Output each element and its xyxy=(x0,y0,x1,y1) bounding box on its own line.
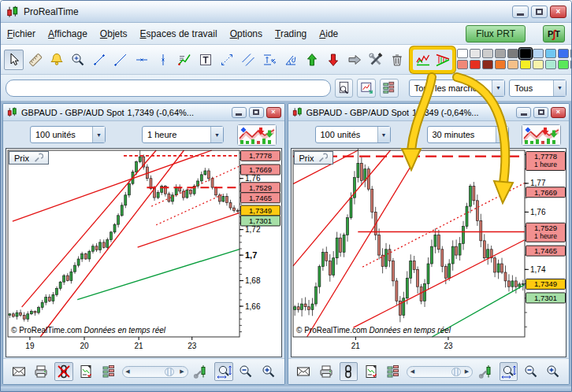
chart1-price-panel-label[interactable]: Prix xyxy=(9,151,49,165)
tool-tools-button[interactable] xyxy=(366,50,385,70)
chart1-timeframe-dropdown[interactable]: 1 heure ▼ xyxy=(142,126,224,143)
tool-settings-button[interactable] xyxy=(477,362,496,381)
prt-logo[interactable]: P∫T xyxy=(543,25,565,43)
scroll-left-icon[interactable]: ◀ xyxy=(123,367,133,377)
tool-zoom-fit-button[interactable] xyxy=(500,362,518,381)
chart1-price-chart[interactable]: 1,761,721,71,681,661,77781,76691,75291,7… xyxy=(6,149,282,353)
color-swatch-6fc6f2[interactable] xyxy=(545,49,556,58)
scroll-left-icon[interactable]: ◀ xyxy=(407,367,418,377)
tool-text-button[interactable] xyxy=(195,50,215,70)
chart1-titlebar[interactable]: GBPAUD - GBP/AUD Spot 1,7349 (-0,64%... … xyxy=(3,104,284,121)
tool-arrow-up-button[interactable] xyxy=(302,50,321,70)
chart1-maximize-button[interactable] xyxy=(249,107,264,118)
minimize-button[interactable] xyxy=(512,6,529,18)
tool-vertical-line-button[interactable] xyxy=(153,50,173,70)
tool-arrow-down-button[interactable] xyxy=(323,50,343,70)
chart1-minimize-button[interactable] xyxy=(232,107,247,118)
color-swatch-b5d5f5[interactable] xyxy=(533,49,544,58)
tool-angle-button[interactable] xyxy=(280,50,300,70)
tool-zoom-fit-button[interactable] xyxy=(214,362,233,381)
color-swatch-000000[interactable] xyxy=(519,48,532,59)
tool-mail-button[interactable] xyxy=(9,362,28,381)
tool-zoom-in-button[interactable] xyxy=(259,362,278,381)
market-dropdown[interactable]: Tous les marchés ▼ xyxy=(409,80,505,97)
tool-free-arrow-button[interactable] xyxy=(217,50,236,70)
chart1-area[interactable]: Prix 1,761,721,71,681,661,77781,76691,75… xyxy=(6,148,282,357)
chart2-area[interactable]: Prix 1,771,761,741,77781 heure1,76691,75… xyxy=(291,148,567,357)
search-button[interactable] xyxy=(335,79,354,98)
chart1-units-dropdown[interactable]: 100 unités ▼ xyxy=(30,126,106,143)
color-swatch-3b6ff0[interactable] xyxy=(558,49,569,58)
tool-delete-button[interactable] xyxy=(387,50,407,70)
tool-cursor-button[interactable] xyxy=(4,50,24,70)
tool-report-button[interactable] xyxy=(362,362,381,381)
chart2-indicators-button[interactable] xyxy=(522,124,561,146)
chart2-price-chart[interactable]: 1,771,761,741,77781 heure1,76691,75291 h… xyxy=(292,149,567,353)
tool-segment-button[interactable] xyxy=(89,50,109,70)
scroll-thumb[interactable] xyxy=(451,368,461,376)
color-swatch-f5c089[interactable] xyxy=(507,60,518,69)
color-swatch-8c2a1a[interactable] xyxy=(482,60,493,69)
tool-list-button[interactable] xyxy=(384,362,403,381)
color-swatch-5ae85a[interactable] xyxy=(558,60,569,69)
color-swatch-e53020[interactable] xyxy=(470,60,481,69)
tool-arrow-right-button[interactable] xyxy=(344,50,364,70)
instrument-search-input[interactable] xyxy=(6,80,331,97)
color-swatch-f08878[interactable] xyxy=(457,60,468,69)
color-swatch-f07828[interactable] xyxy=(495,60,506,69)
tool-zoom-in-button[interactable] xyxy=(544,362,563,381)
menu-item-affichage[interactable]: Affichage xyxy=(48,28,87,39)
tool-print-button[interactable] xyxy=(32,362,51,381)
tool-link-button[interactable] xyxy=(54,362,73,381)
chart1-close-button[interactable]: × xyxy=(266,107,281,118)
menu-item-espaces-de-travail[interactable]: Espaces de travail xyxy=(140,28,217,39)
close-button[interactable]: × xyxy=(550,6,566,18)
type-dropdown[interactable]: Tous ▼ xyxy=(509,80,566,97)
tool-zoom-out-button[interactable] xyxy=(522,362,540,381)
tool-zoom-out-button[interactable] xyxy=(237,362,256,381)
open-list-button[interactable] xyxy=(380,79,399,98)
chart2-timeframe-dropdown[interactable]: 30 minutes ▼ xyxy=(427,126,509,143)
flux-prt-button[interactable]: Flux PRT xyxy=(466,25,526,43)
tool-percent-measure-button[interactable] xyxy=(259,50,279,70)
tool-report-button[interactable] xyxy=(77,362,96,381)
tool-settings-button[interactable] xyxy=(192,362,211,381)
color-swatch-cdcdcd[interactable] xyxy=(482,49,493,58)
scroll-thumb[interactable] xyxy=(165,368,174,376)
tool-indicator-lines-button[interactable] xyxy=(174,50,194,70)
chart2-titlebar[interactable]: GBPAUD - GBP/AUD Spot 1,7349 (-0,64%... … xyxy=(288,104,570,121)
tool-zoom-plus-button[interactable] xyxy=(68,50,87,70)
tool-parallel-lines-button[interactable] xyxy=(238,50,258,70)
tool-ray-button[interactable] xyxy=(110,50,130,70)
tool-ruler-button[interactable] xyxy=(25,50,45,70)
scroll-right-icon[interactable]: ▶ xyxy=(177,367,188,377)
tool-link-button[interactable] xyxy=(340,362,358,381)
scroll-right-icon[interactable]: ▶ xyxy=(462,367,472,377)
chart2-close-button[interactable]: × xyxy=(551,107,566,118)
color-swatch-7b7b7b[interactable] xyxy=(507,49,518,58)
color-swatch-f8f3ab[interactable] xyxy=(533,60,544,69)
open-chart-button[interactable] xyxy=(357,79,376,98)
color-swatch-abead2[interactable] xyxy=(545,60,556,69)
tool-pattern-wedge-button[interactable] xyxy=(433,50,452,70)
menu-item-fichier[interactable]: Fichier xyxy=(7,28,35,39)
tool-mail-button[interactable] xyxy=(295,362,314,381)
tool-alarm-button[interactable] xyxy=(46,50,66,70)
menu-item-trading[interactable]: Trading xyxy=(275,28,306,39)
chart2-maximize-button[interactable] xyxy=(533,107,548,118)
chart2-units-dropdown[interactable]: 100 unités ▼ xyxy=(315,126,391,143)
color-swatch-f5ee25[interactable] xyxy=(520,60,531,69)
tool-print-button[interactable] xyxy=(317,362,336,381)
menu-item-aide[interactable]: Aide xyxy=(319,28,338,39)
main-titlebar[interactable]: ProRealTime × xyxy=(1,1,571,23)
menu-item-objets[interactable]: Objets xyxy=(100,28,128,39)
tool-list-button[interactable] xyxy=(99,362,118,381)
menu-item-options[interactable]: Options xyxy=(230,28,262,39)
color-swatch-ffffff[interactable] xyxy=(457,49,468,58)
tool-pattern-channel-button[interactable] xyxy=(413,50,433,70)
tool-horizontal-line-button[interactable] xyxy=(132,50,151,70)
color-swatch-a5a5a5[interactable] xyxy=(495,49,506,58)
chart-scrollbar[interactable]: ◀▶ xyxy=(407,366,473,378)
chart-scrollbar[interactable]: ◀▶ xyxy=(122,366,188,378)
chart2-minimize-button[interactable] xyxy=(516,107,531,118)
